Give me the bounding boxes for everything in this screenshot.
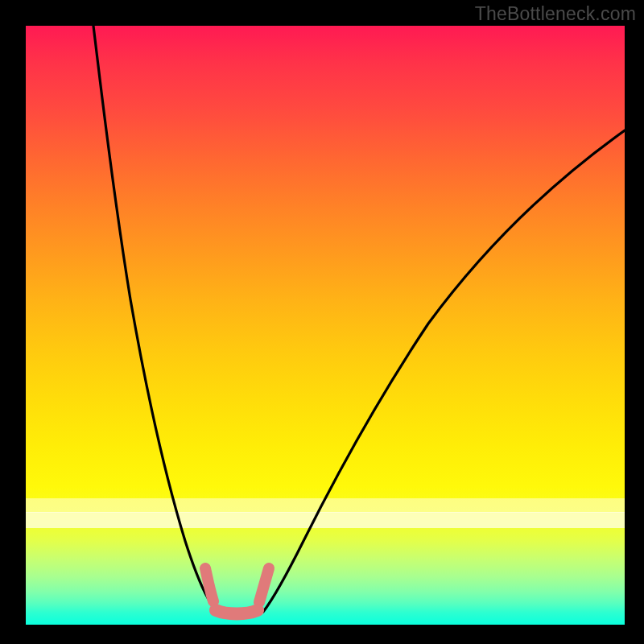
outer-black-frame: TheBottleneck.com <box>0 0 644 644</box>
valley-marker-left <box>205 568 213 601</box>
plot-area <box>26 26 625 625</box>
right-curve <box>263 130 625 612</box>
watermark-text: TheBottleneck.com <box>475 3 636 25</box>
left-curve <box>93 26 217 612</box>
curves-svg <box>26 26 625 625</box>
valley-floor-marker <box>216 610 258 614</box>
valley-marker-right <box>259 568 269 602</box>
